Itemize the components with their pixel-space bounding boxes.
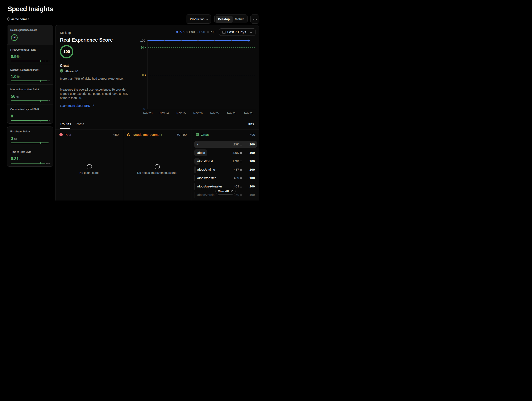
svg-text:Nov 24: Nov 24	[160, 111, 169, 115]
svg-text:Nov 27: Nov 27	[210, 111, 220, 115]
svg-text:Nov 25: Nov 25	[177, 111, 186, 115]
svg-text:0: 0	[144, 107, 145, 111]
svg-text:Nov 26: Nov 26	[194, 111, 203, 115]
svg-text:90: 90	[141, 46, 144, 49]
svg-text:Nov 23: Nov 23	[143, 111, 153, 115]
svg-text:Nov 28: Nov 28	[227, 111, 237, 115]
svg-text:100: 100	[140, 39, 146, 42]
svg-text:50: 50	[141, 73, 144, 77]
svg-text:Nov 29: Nov 29	[244, 111, 253, 115]
